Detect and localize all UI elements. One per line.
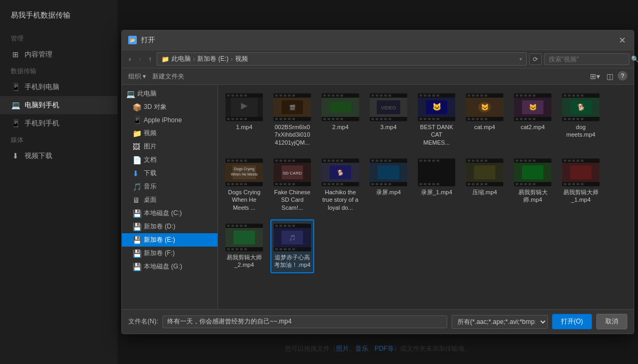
music-icon: 🎵 — [133, 183, 141, 191]
breadcrumb-sep-2: › — [231, 56, 233, 63]
file-item-18[interactable]: 🎵 追梦赤子心高考加油！.mp4 — [270, 219, 314, 273]
file-item-2[interactable]: 🎬 002BSrm6lx07xXihbd3i01041201yjQM... — [270, 89, 314, 150]
phone-to-phone-icon: 📱 — [11, 118, 20, 128]
local-g-label: 本地磁盘 (G:) — [144, 262, 182, 271]
file-item-10[interactable]: SD CARD Fake Chinese SD Card Scam!... — [270, 154, 314, 215]
file-item-4[interactable]: VIDEO 3.mp4 — [367, 89, 410, 150]
file-item-16[interactable]: 易我剪辑大师_1.mp4 — [559, 154, 603, 215]
pictures-icon: 🖼 — [133, 143, 141, 151]
svg-text:🐱: 🐱 — [529, 103, 537, 111]
file-name-5: BEST DANK CAT MEMES... — [418, 123, 455, 146]
sidebar-item-pc-to-phone[interactable]: 💻 电脑到手机 — [0, 96, 118, 114]
svg-text:🎵: 🎵 — [289, 234, 296, 241]
file-name-1: 1.mp4 — [236, 123, 253, 131]
file-thumb-9: Dogs CryingWhen He Meets — [225, 159, 263, 186]
file-thumb-14 — [466, 159, 503, 186]
videos-icon: 📁 — [133, 129, 141, 138]
media-section-label: 媒体 — [0, 132, 118, 147]
svg-text:🎬: 🎬 — [289, 104, 296, 111]
file-thumb-15 — [514, 159, 551, 186]
dialog-bottom: 文件名(N): 所有(*.aac;*.ape;*.avi;*bmp;*. 打开(… — [122, 309, 634, 334]
organize-button[interactable]: 组织 ▾ — [128, 72, 146, 81]
file-item-15[interactable]: 易我剪辑大师.mp4 — [511, 154, 555, 215]
new-folder-button[interactable]: 新建文件夹 — [152, 72, 184, 81]
file-name-17: 易我剪辑大师_2.mp4 — [225, 254, 263, 269]
file-grid-area: ▶ 1.mp4 🎬 — [218, 85, 634, 309]
sidebar-item-content-manage[interactable]: ⊞ 内容管理 — [0, 45, 118, 64]
svg-rect-38 — [474, 165, 495, 179]
file-item-11[interactable]: 🐕 Hachiko the true story of a loyal do..… — [318, 154, 362, 215]
local-g-icon: 💾 — [133, 263, 141, 271]
svg-rect-36 — [423, 163, 450, 182]
videos-label: 视频 — [144, 129, 157, 138]
help-button[interactable]: ? — [618, 71, 627, 81]
tree-item-documents[interactable]: 📄 文档 — [122, 153, 217, 167]
file-name-9: Dogs Crying When He Meets ... — [225, 188, 263, 211]
volume-d-label: 新加卷 (D:) — [144, 222, 175, 231]
open-button[interactable]: 打开(O) — [552, 314, 592, 329]
file-item-14[interactable]: 压缩.mp4 — [463, 154, 507, 215]
filetype-select[interactable]: 所有(*.aac;*.ape;*.avi;*bmp;*. — [452, 315, 548, 329]
phone-to-pc-label: 手机到电脑 — [25, 82, 59, 92]
file-item-6[interactable]: 🐱 cat.mp4 — [463, 89, 507, 150]
tree-item-music[interactable]: 🎵 音乐 — [122, 180, 217, 193]
tree-item-videos[interactable]: 📁 视频 — [122, 126, 217, 140]
file-item-9[interactable]: Dogs CryingWhen He Meets Dogs Crying Whe… — [222, 154, 266, 215]
breadcrumb-sep-1: › — [193, 56, 195, 63]
phone-to-phone-label: 手机到手机 — [25, 118, 59, 128]
file-name-6: cat.mp4 — [474, 123, 495, 131]
back-button[interactable]: ‹ — [126, 53, 134, 65]
sidebar-item-phone-to-pc[interactable]: 📱 手机到电脑 — [0, 78, 118, 96]
svg-text:🐱: 🐱 — [432, 102, 442, 112]
file-item-17[interactable]: 易我剪辑大师_2.mp4 — [222, 219, 266, 273]
sidebar-item-video-download[interactable]: ⬇ 视频下载 — [0, 147, 118, 165]
tree-item-local-g[interactable]: 💾 本地磁盘 (G:) — [122, 260, 217, 273]
dialog-close-button[interactable]: ✕ — [617, 35, 627, 45]
view-toggle-button[interactable]: ⊞▾ — [588, 71, 602, 82]
file-item-13[interactable]: 录屏_1.mp4 — [415, 154, 458, 215]
cancel-button[interactable]: 取消 — [596, 314, 627, 329]
search-box[interactable]: 🔍 — [544, 53, 629, 65]
tree-item-downloads[interactable]: ⬇ 下载 — [122, 167, 217, 180]
panel-button[interactable]: ◫ — [604, 71, 616, 82]
forward-button[interactable]: › — [136, 53, 143, 65]
file-item-7[interactable]: 🐱 cat2.mp4 — [511, 89, 555, 150]
tree-item-desktop[interactable]: 🖥 桌面 — [122, 193, 217, 207]
this-pc-label: 此电脑 — [137, 89, 157, 98]
search-input[interactable] — [549, 56, 629, 63]
svg-text:SD CARD: SD CARD — [283, 171, 302, 176]
local-c-icon: 💾 — [133, 209, 141, 218]
filename-input[interactable] — [162, 315, 447, 328]
file-item-3[interactable]: 2.mp4 — [318, 89, 362, 150]
dialog-content: 💻 此电脑 📦 3D 对象 📱 Apple iPhone 📁 视频 🖼 — [122, 85, 634, 309]
documents-icon: 📄 — [133, 156, 141, 164]
file-item-8[interactable]: 🐕 dog meets.mp4 — [559, 89, 603, 150]
local-c-label: 本地磁盘 (C:) — [144, 209, 182, 218]
file-item-5[interactable]: 🐱 BEST DANK CAT MEMES... — [415, 89, 458, 150]
refresh-button[interactable]: ⟳ — [529, 53, 542, 65]
tree-item-volume-d[interactable]: 💾 新加卷 (D:) — [122, 220, 217, 233]
file-thumb-16 — [562, 159, 600, 186]
svg-rect-8 — [330, 102, 351, 113]
volume-f-label: 新加卷 (F:) — [144, 249, 175, 258]
svg-rect-42 — [570, 165, 592, 179]
up-button[interactable]: ↑ — [146, 53, 155, 65]
tree-item-apple-iphone[interactable]: 📱 Apple iPhone — [122, 114, 217, 126]
volume-e-label: 新加卷 (E:) — [144, 235, 175, 244]
tree-item-pictures[interactable]: 🖼 图片 — [122, 140, 217, 153]
desktop-icon: 🖥 — [133, 196, 141, 204]
tree-item-this-pc[interactable]: 💻 此电脑 — [122, 87, 217, 100]
pc-to-phone-label: 电脑到手机 — [25, 100, 59, 110]
file-item-1[interactable]: ▶ 1.mp4 — [222, 89, 266, 150]
file-name-15: 易我剪辑大师.mp4 — [514, 188, 551, 204]
file-name-18: 追梦赤子心高考加油！.mp4 — [274, 254, 311, 269]
sidebar-item-phone-to-phone[interactable]: 📱 手机到手机 — [0, 114, 118, 132]
file-item-12[interactable]: 录屏.mp4 — [367, 154, 410, 215]
video-download-icon: ⬇ — [11, 151, 20, 161]
tree-item-volume-e[interactable]: 💾 新加卷 (E:) — [122, 233, 217, 247]
breadcrumb-bar[interactable]: 📁 此电脑 › 新加卷 (E:) › 视频 ▾ — [157, 52, 527, 66]
tree-item-volume-f[interactable]: 💾 新加卷 (F:) — [122, 247, 217, 260]
tree-item-3d-objects[interactable]: 📦 3D 对象 — [122, 100, 217, 114]
svg-text:VIDEO: VIDEO — [381, 105, 396, 110]
tree-item-local-c[interactable]: 💾 本地磁盘 (C:) — [122, 207, 217, 220]
